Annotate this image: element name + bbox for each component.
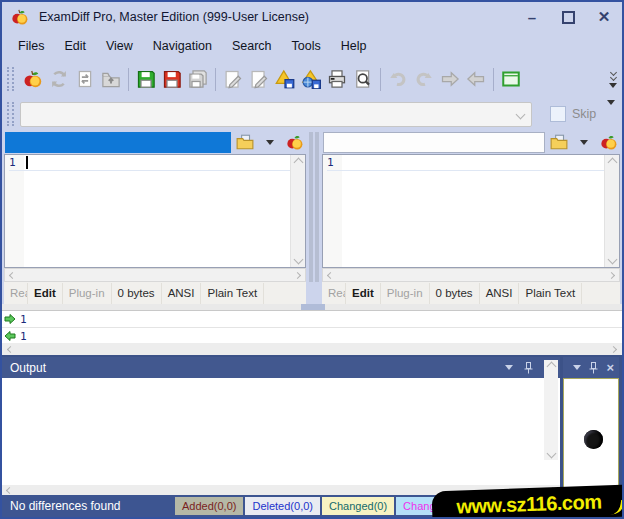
recompare-icon xyxy=(49,69,69,89)
save-second-button[interactable] xyxy=(159,66,185,92)
save-both-button[interactable] xyxy=(185,66,211,92)
deleted-count-badge: Deleted(0,0) xyxy=(245,497,320,515)
left-encoding-status[interactable]: ANSI xyxy=(162,283,202,304)
side-dock-panel: × xyxy=(563,357,619,493)
left-vertical-scrollbar[interactable] xyxy=(290,155,305,267)
redo-button[interactable] xyxy=(411,66,437,92)
filter-combobox[interactable] xyxy=(20,102,532,127)
scroll-left-icon[interactable] xyxy=(7,345,14,352)
diff-list-horizontal-scrollbar[interactable] xyxy=(2,343,622,355)
minimize-button[interactable]: – xyxy=(514,2,550,32)
left-readonly-status[interactable]: Read-only xyxy=(4,283,28,304)
combobox-dropdown-icon[interactable] xyxy=(509,111,531,118)
diff-count-badges: Added(0,0) Deleted(0,0) Changed(0) Chang… xyxy=(175,497,466,515)
right-plugin-status[interactable]: Plug-in xyxy=(381,283,430,304)
toolbar xyxy=(2,60,622,98)
side-dock-panel-header[interactable]: × xyxy=(563,357,619,378)
close-panel-icon[interactable]: × xyxy=(606,363,614,373)
output-panel-content[interactable] xyxy=(2,378,560,485)
next-difference-button[interactable] xyxy=(437,66,463,92)
close-button[interactable]: ✕ xyxy=(586,2,622,32)
menu-tools[interactable]: Tools xyxy=(282,34,331,58)
save-both-icon xyxy=(188,69,208,89)
scroll-up-icon[interactable] xyxy=(293,158,303,168)
right-vertical-scrollbar[interactable] xyxy=(604,155,619,267)
maximize-button[interactable] xyxy=(550,2,586,32)
menu-help[interactable]: Help xyxy=(331,34,377,58)
toolbar-overflow-button[interactable] xyxy=(609,70,617,88)
compare-button[interactable] xyxy=(20,66,46,92)
left-edit-mode-status[interactable]: Edit xyxy=(28,283,63,304)
left-edit-area[interactable] xyxy=(24,155,290,267)
panel-menu-icon[interactable] xyxy=(573,365,581,370)
scroll-up-icon[interactable] xyxy=(546,362,556,372)
right-open-file-button[interactable] xyxy=(548,132,570,152)
right-open-file-dropdown[interactable] xyxy=(573,132,595,152)
scroll-left-icon[interactable] xyxy=(6,486,13,493)
right-editor[interactable]: 1 xyxy=(322,154,620,268)
maximize-icon xyxy=(562,11,575,24)
save-diffs-button[interactable] xyxy=(272,66,298,92)
menu-files[interactable]: Files xyxy=(8,34,54,58)
right-readonly-status[interactable]: Read-only xyxy=(322,283,346,304)
docked-panels: Output × xyxy=(2,355,622,495)
scroll-down-icon[interactable] xyxy=(293,255,303,265)
print-preview-button[interactable] xyxy=(350,66,376,92)
filter-combobox-input[interactable] xyxy=(21,103,509,126)
right-encoding-status[interactable]: ANSI xyxy=(480,283,520,304)
recompare-button[interactable] xyxy=(46,66,72,92)
filter-bar-options-button[interactable] xyxy=(607,105,615,123)
panes-layout-button[interactable] xyxy=(498,66,524,92)
left-horizontal-scrollbar[interactable] xyxy=(4,268,306,282)
diff-row[interactable]: 1 xyxy=(2,311,622,328)
output-panel-title: Output xyxy=(10,361,46,375)
pin-icon[interactable] xyxy=(589,362,598,374)
left-editor[interactable]: 1 xyxy=(4,154,306,268)
added-count-badge: Added(0,0) xyxy=(175,497,243,515)
scroll-down-icon[interactable] xyxy=(607,255,617,265)
right-pane: 1 Read-only Edit Plug-in 0 bytes ANSI xyxy=(322,130,620,304)
output-vertical-scrollbar[interactable] xyxy=(544,360,558,460)
right-edit-area[interactable] xyxy=(342,155,604,267)
edit-first-button[interactable] xyxy=(220,66,246,92)
left-format-status[interactable]: Plain Text xyxy=(201,283,264,304)
menu-navigation[interactable]: Navigation xyxy=(143,34,222,58)
titlebar: ExamDiff Pro, Master Edition (999-User L… xyxy=(2,2,622,32)
skip-checkbox[interactable] xyxy=(550,106,566,122)
undo-button[interactable] xyxy=(385,66,411,92)
save-first-button[interactable] xyxy=(133,66,159,92)
left-compare-button[interactable] xyxy=(284,132,306,152)
menu-view[interactable]: View xyxy=(96,34,143,58)
right-file-title[interactable] xyxy=(323,132,545,153)
right-format-status[interactable]: Plain Text xyxy=(519,283,582,304)
menu-edit[interactable]: Edit xyxy=(54,34,96,58)
open-files-button[interactable] xyxy=(98,66,124,92)
scroll-right-icon[interactable] xyxy=(294,271,301,278)
print-button[interactable] xyxy=(324,66,350,92)
swap-panes-button[interactable] xyxy=(72,66,98,92)
right-horizontal-scrollbar[interactable] xyxy=(322,268,620,282)
toolbar-grip[interactable] xyxy=(7,67,14,91)
left-open-file-button[interactable] xyxy=(234,132,256,152)
edit-second-button[interactable] xyxy=(246,66,272,92)
menu-search[interactable]: Search xyxy=(222,34,282,58)
scroll-left-icon[interactable] xyxy=(9,271,16,278)
scroll-down-icon[interactable] xyxy=(546,449,556,459)
next-difference-icon xyxy=(440,69,460,89)
scroll-right-icon[interactable] xyxy=(608,271,615,278)
previous-difference-button[interactable] xyxy=(463,66,489,92)
right-edit-mode-status[interactable]: Edit xyxy=(346,283,381,304)
scroll-right-icon[interactable] xyxy=(610,345,617,352)
left-open-file-dropdown[interactable] xyxy=(259,132,281,152)
filter-bar-grip[interactable] xyxy=(7,102,14,126)
pane-splitter[interactable] xyxy=(306,130,322,304)
pin-icon[interactable] xyxy=(524,362,533,374)
left-plugin-status[interactable]: Plug-in xyxy=(63,283,112,304)
right-compare-button[interactable] xyxy=(598,132,620,152)
panel-menu-icon[interactable] xyxy=(505,365,513,370)
scroll-left-icon[interactable] xyxy=(327,271,334,278)
save-diffs-html-button[interactable] xyxy=(298,66,324,92)
scroll-up-icon[interactable] xyxy=(607,158,617,168)
output-panel-header[interactable]: Output × xyxy=(2,357,560,378)
left-file-title[interactable] xyxy=(5,132,231,153)
